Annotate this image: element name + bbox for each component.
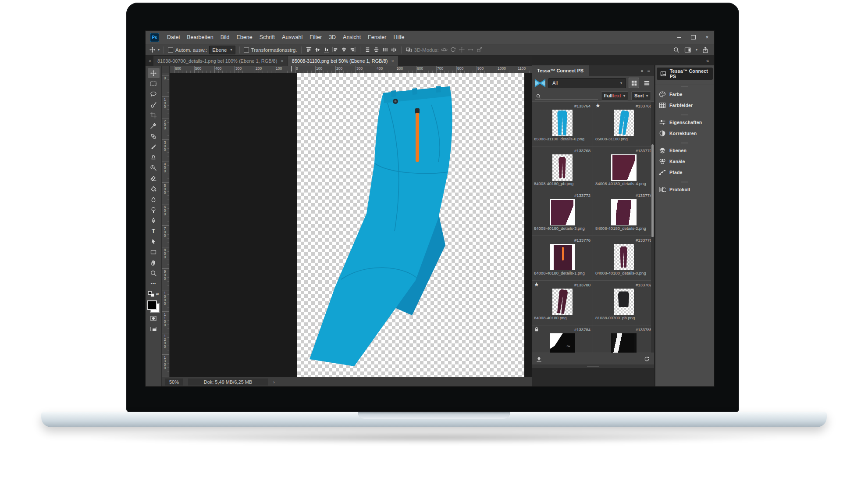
path-selection-tool[interactable]	[148, 236, 160, 246]
foreground-color-swatch[interactable]	[147, 300, 157, 310]
search-icon[interactable]	[673, 46, 680, 54]
eyedropper-tool[interactable]	[148, 121, 160, 131]
dock-item-kanaele[interactable]: Kanäle	[655, 156, 714, 167]
edit-toolbar-button[interactable]: •••	[148, 278, 160, 289]
document-canvas[interactable]	[297, 73, 524, 377]
upload-icon[interactable]	[536, 356, 542, 362]
scrollbar-thumb[interactable]	[651, 144, 654, 237]
asset-cell[interactable]: ★ #133764 85008-31100_details-0.png	[532, 102, 593, 146]
align-horizontal-centers-icon[interactable]	[341, 46, 347, 53]
menu-filter[interactable]: Filter	[306, 34, 325, 40]
asset-cell[interactable]: ★ #133778 84008-40180_details-0.png	[593, 236, 654, 280]
asset-cell[interactable]: ★ #133768 84008-40180_pb.png	[532, 146, 593, 191]
quick-selection-tool[interactable]	[148, 100, 160, 110]
healing-brush-tool[interactable]	[148, 131, 160, 141]
align-top-edges-icon[interactable]	[306, 46, 312, 53]
menu-fenster[interactable]: Fenster	[364, 34, 390, 40]
tool-preset-chevron-icon[interactable]: ▾	[158, 48, 160, 52]
menu-bild[interactable]: Bild	[217, 34, 233, 40]
paint-bucket-tool[interactable]	[148, 184, 160, 194]
sort-dropdown[interactable]: Sort ▾	[631, 91, 651, 100]
pen-tool[interactable]	[148, 215, 160, 225]
distribute-top-edges-icon[interactable]	[364, 46, 371, 53]
status-expand-icon[interactable]: ›	[273, 379, 275, 385]
dock-item-korrekturen[interactable]: Korrekturen	[655, 128, 714, 139]
dock-item-eigenschaften[interactable]: Eigenschaften	[655, 117, 714, 128]
lasso-tool[interactable]	[148, 89, 160, 99]
history-brush-tool[interactable]	[148, 163, 160, 173]
eraser-tool[interactable]	[148, 173, 160, 183]
tab-close-icon[interactable]: ×	[281, 58, 283, 64]
screen-mode-button[interactable]	[148, 324, 160, 334]
list-view-button[interactable]	[642, 78, 651, 88]
distribute-vertical-centers-icon[interactable]	[373, 46, 380, 53]
distribute-left-edges-icon[interactable]	[382, 46, 388, 53]
align-right-edges-icon[interactable]	[349, 46, 356, 53]
zoom-tool[interactable]	[148, 268, 160, 278]
panel-collapse-icon[interactable]: »	[640, 68, 643, 73]
auto-select-dropdown[interactable]: Ebene▾	[209, 46, 235, 54]
asset-cell[interactable]: ★ #133770 84008-40180_details-4.png	[593, 146, 654, 191]
star-icon[interactable]: ★	[534, 282, 539, 287]
panel-scrollbar[interactable]	[651, 102, 654, 353]
document-tab-active[interactable]: 85008-31100.png bei 50% (Ebene 1, RGB/8)…	[288, 56, 398, 66]
category-dropdown[interactable]: All ▾	[548, 78, 626, 88]
asset-cell[interactable]: ★ #133776 84008-40180_details-1.png	[532, 236, 593, 280]
brush-tool[interactable]	[148, 142, 160, 152]
zoom-level[interactable]: 50%	[165, 378, 183, 386]
menu-schrift[interactable]: Schrift	[256, 34, 278, 40]
asset-cell[interactable]: ★ #133774 84008-40180_details-2.png	[593, 191, 654, 236]
dock-item-farbe[interactable]: Farbe	[655, 89, 714, 100]
toolbar-collapse-icon[interactable]: »	[147, 58, 153, 63]
dock-item-ebenen[interactable]: Ebenen	[655, 145, 714, 156]
asset-cell[interactable]: ★ #133786	[593, 325, 654, 353]
blur-tool[interactable]	[148, 194, 160, 204]
tab-close-icon[interactable]: ×	[391, 58, 394, 64]
dock-item-tessa[interactable]: Tessa™ Connect PS	[657, 68, 713, 80]
panel-resize-handle[interactable]	[532, 364, 654, 368]
star-icon[interactable]: ★	[595, 104, 601, 108]
panel-menu-icon[interactable]: ≡	[647, 68, 650, 73]
vertical-ruler[interactable]: 0100200300400500600700800900100011001200…	[162, 73, 170, 377]
menu-hilfe[interactable]: Hilfe	[390, 34, 408, 40]
tessa-panel-tab[interactable]: Tessa™ Connect PS	[532, 65, 589, 76]
dock-item-farbfelder[interactable]: Farbfelder	[655, 100, 714, 111]
menu-ansicht[interactable]: Ansicht	[339, 34, 364, 40]
asset-cell[interactable]: ★ #133784	[532, 325, 593, 353]
maximize-button[interactable]	[686, 31, 700, 44]
align-left-edges-icon[interactable]	[332, 46, 338, 53]
dock-collapse-icon[interactable]: «	[706, 58, 709, 63]
search-input[interactable]	[535, 91, 598, 100]
fulltext-dropdown[interactable]: Fulltext ▾	[601, 91, 628, 100]
asset-cell[interactable]: ★ #133772 84008-40180_details-3.png	[532, 191, 593, 236]
move-tool-icon[interactable]	[149, 46, 156, 53]
asset-cell[interactable]: ★ #133782 81038-00700_pb.png	[593, 281, 654, 325]
share-icon[interactable]	[702, 46, 709, 54]
default-swap-colors[interactable]: ⇄	[148, 289, 160, 299]
close-button[interactable]: ×	[700, 31, 714, 44]
menu-ebene[interactable]: Ebene	[233, 34, 256, 40]
workspace-chevron-icon[interactable]: ▾	[696, 48, 697, 52]
align-bottom-edges-icon[interactable]	[323, 46, 330, 53]
asset-cell[interactable]: ★ #133766 85008-31100.png	[593, 102, 654, 146]
refresh-icon[interactable]	[644, 356, 650, 362]
menu-auswahl[interactable]: Auswahl	[278, 34, 306, 40]
rectangular-marquee-tool[interactable]	[148, 79, 160, 89]
align-vertical-centers-icon[interactable]	[314, 46, 321, 53]
menu-datei[interactable]: Datei	[164, 34, 183, 40]
rectangle-shape-tool[interactable]	[148, 247, 160, 257]
document-tab-inactive[interactable]: 81038-00700_details-1.png bei 100% (Eben…	[153, 56, 288, 66]
crop-tool[interactable]	[148, 110, 160, 120]
asset-cell[interactable]: ★ #133780 84008-40180.png	[532, 281, 593, 325]
foreground-background-swatches[interactable]	[147, 300, 160, 313]
auto-select-checkbox[interactable]	[168, 47, 173, 53]
grid-view-button[interactable]	[629, 78, 639, 88]
dock-item-pfade[interactable]: Pfade	[655, 167, 714, 178]
hand-tool[interactable]	[148, 257, 160, 268]
transform-controls-checkbox[interactable]	[244, 47, 249, 53]
clone-stamp-tool[interactable]	[148, 152, 160, 162]
auto-align-layers-icon[interactable]	[406, 46, 412, 53]
menu-3d[interactable]: 3D	[325, 34, 339, 40]
menu-bearbeiten[interactable]: Bearbeiten	[183, 34, 217, 40]
move-tool[interactable]	[148, 68, 160, 78]
